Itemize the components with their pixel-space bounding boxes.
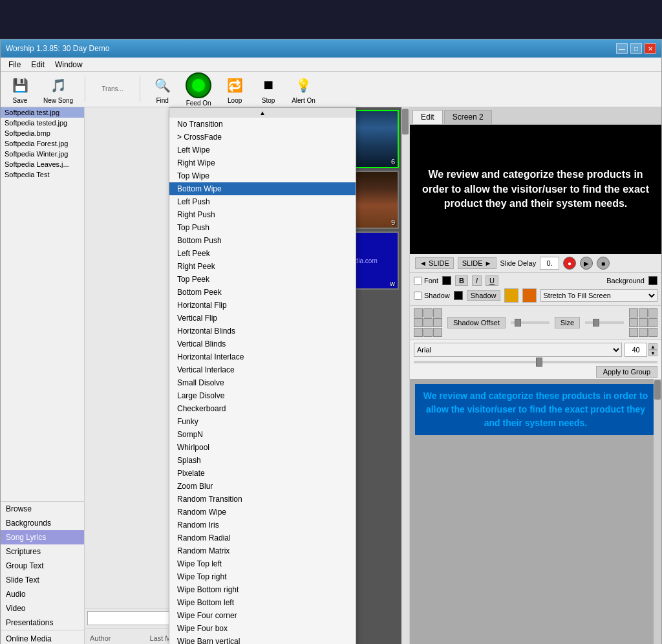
dropdown-no-transition[interactable]: No Transition [169,118,356,131]
shadow-text-button[interactable]: Shadow [467,290,500,301]
font-checkbox[interactable] [414,277,422,285]
sidebar-item-browse[interactable]: Browse [1,502,84,516]
dropdown-top-wipe[interactable]: Top Wipe [169,169,356,182]
shadow-color-picker-2[interactable] [522,288,537,303]
dropdown-splash[interactable]: Splash [169,454,356,467]
align-br[interactable] [433,328,442,337]
dropdown-sompn[interactable]: SompN [169,428,356,441]
shadow-slider-track[interactable] [511,321,550,324]
sidebar-file-1[interactable]: Softpedia tested.jpg [1,118,84,128]
dropdown-wipe-bottom-right[interactable]: Wipe Bottom right [169,583,356,596]
text-editor-content[interactable]: We review and categorize these products … [415,384,656,435]
stretch-select[interactable]: Stretch To Fill Screen [540,289,657,302]
dropdown-top-peek[interactable]: Top Peek [169,273,356,286]
sidebar-item-video[interactable]: Video [1,601,84,616]
font-size-down[interactable]: ▼ [648,350,657,356]
record-button[interactable]: ● [563,257,576,270]
dropdown-random-matrix[interactable]: Random Matrix [169,544,356,557]
dropdown-crossfade[interactable]: > CrossFade [169,131,356,144]
align-r-bl[interactable] [629,328,638,337]
menu-edit[interactable]: Edit [26,59,50,70]
minimize-button[interactable]: — [616,43,628,54]
size-slider-track[interactable] [585,321,624,324]
dropdown-random-wipe[interactable]: Random Wipe [169,506,356,519]
tab-screen2[interactable]: Screen 2 [444,110,492,124]
sidebar-file-4[interactable]: Softpedia Winter.jpg [1,149,84,159]
dropdown-right-wipe[interactable]: Right Wipe [169,156,356,169]
bold-button[interactable]: B [455,275,468,286]
align-mm[interactable] [423,318,432,327]
shadow-checkbox[interactable] [414,292,422,300]
underline-button[interactable]: U [486,275,498,286]
dropdown-bottom-wipe[interactable]: Bottom Wipe [169,182,356,195]
apply-group-button[interactable]: Apply to Group [596,366,657,378]
align-tl[interactable] [414,308,423,317]
dropdown-left-push[interactable]: Left Push [169,195,356,208]
italic-button[interactable]: I [472,275,482,286]
dropdown-right-peek[interactable]: Right Peek [169,260,356,273]
sidebar-item-song-lyrics[interactable]: Song Lyrics [1,530,84,544]
sidebar-file-3[interactable]: Softpedia Forest.jpg [1,138,84,149]
sidebar-file-0[interactable]: Softpedia test.jpg [1,107,84,118]
font-color-swatch[interactable] [442,276,451,285]
size-button[interactable]: Size [555,317,580,328]
dropdown-random-radial[interactable]: Random Radial [169,531,356,544]
align-r-ml[interactable] [629,318,638,327]
dropdown-vertical-blinds[interactable]: Vertical Blinds [169,338,356,350]
save-button[interactable]: 💾 Save [6,74,34,105]
sidebar-item-slide-text[interactable]: Slide Text [1,573,84,587]
slide-back-button[interactable]: ◄ SLIDE [415,257,454,269]
align-r-tr[interactable] [648,308,657,317]
sidebar-item-scriptures[interactable]: Scriptures [1,544,84,559]
align-bl[interactable] [414,328,423,337]
new-song-button[interactable]: 🎵 New Song [39,74,77,105]
sidebar-file-5[interactable]: Softpedia Leaves.j... [1,159,84,169]
dropdown-wipe-bottom-left[interactable]: Wipe Bottom left [169,596,356,609]
slide-fwd-button[interactable]: SLIDE ► [458,257,496,269]
dropdown-wipe-four-corner[interactable]: Wipe Four corner [169,609,356,622]
align-tr[interactable] [433,308,442,317]
dropdown-wipe-top-right[interactable]: Wipe Top right [169,570,356,583]
dropdown-zoom-blur[interactable]: Zoom Blur [169,480,356,493]
dropdown-pixelate[interactable]: Pixelate [169,467,356,480]
align-r-tl[interactable] [629,308,638,317]
align-r-bm[interactable] [639,328,648,337]
dropdown-random-transition[interactable]: Random Transition [169,493,356,506]
maximize-button[interactable]: □ [630,43,642,54]
font-size-input[interactable] [625,343,647,357]
find-button[interactable]: 🔍 Find [148,74,176,105]
stop-button[interactable]: ⏹ Stop [254,74,283,105]
menu-window[interactable]: Window [50,59,88,70]
dropdown-vertical-interlace[interactable]: Vertical Interlace [169,363,356,376]
dropdown-vertical-flip[interactable]: Vertical Flip [169,312,356,325]
dropdown-right-push[interactable]: Right Push [169,208,356,221]
sidebar-file-2[interactable]: Softpedia.bmp [1,128,84,138]
dropdown-funky[interactable]: Funky [169,415,356,428]
dropdown-random-iris[interactable]: Random Iris [169,519,356,531]
close-button[interactable]: ✕ [645,43,656,54]
align-r-br[interactable] [648,328,657,337]
font-size-up[interactable]: ▲ [648,343,657,350]
align-bm[interactable] [423,328,432,337]
menu-file[interactable]: File [3,59,26,70]
thumbnail-scrollbar[interactable] [401,107,409,644]
font-select[interactable]: Arial [414,343,622,357]
sidebar-item-audio[interactable]: Audio [1,587,84,601]
dropdown-small-disolve[interactable]: Small Disolve [169,376,356,389]
dropdown-horizontal-flip[interactable]: Horizontal Flip [169,299,356,312]
dropdown-large-disolve[interactable]: Large Disolve [169,389,356,402]
dropdown-left-wipe[interactable]: Left Wipe [169,144,356,156]
dropdown-left-peek[interactable]: Left Peek [169,247,356,260]
dropdown-bottom-peek[interactable]: Bottom Peek [169,286,356,299]
align-mr[interactable] [433,318,442,327]
dropdown-wipe-barn-vertical[interactable]: Wipe Barn vertical [169,635,356,644]
tab-edit[interactable]: Edit [412,110,443,124]
font-slider-track[interactable] [414,361,657,363]
shadow-color-picker-1[interactable] [504,288,518,303]
dropdown-checkerboard[interactable]: Checkerboard [169,402,356,415]
dropdown-bottom-push[interactable]: Bottom Push [169,234,356,247]
dropdown-horizontal-blinds[interactable]: Horizontal Blinds [169,325,356,338]
feed-on-button[interactable]: Feed On [182,71,215,108]
dropdown-wipe-four-box[interactable]: Wipe Four box [169,622,356,635]
background-color-swatch[interactable] [648,276,657,285]
